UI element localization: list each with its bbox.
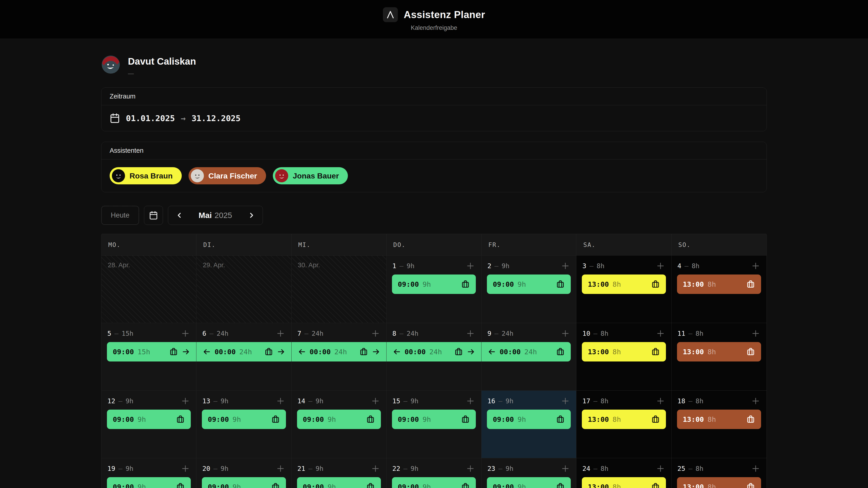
- day-cell[interactable]: 6–24h00:0024h: [196, 323, 291, 391]
- day-cell[interactable]: 21–9h09:009h: [291, 458, 386, 488]
- event-chip[interactable]: 09:009h: [107, 410, 191, 429]
- event-chip[interactable]: 13:008h: [582, 410, 666, 429]
- event-chip[interactable]: 13:008h: [582, 477, 666, 488]
- event-start-time: 09:00: [493, 483, 514, 488]
- date-picker-button[interactable]: [144, 206, 163, 225]
- day-cell[interactable]: 17–8h13:008h: [577, 391, 671, 458]
- event-chip[interactable]: 09:009h: [392, 274, 476, 294]
- event-chip[interactable]: 09:009h: [392, 477, 476, 488]
- add-event-button[interactable]: [560, 464, 570, 474]
- assistant-chip[interactable]: Jonas Bauer: [273, 167, 348, 184]
- event-chip[interactable]: 09:009h: [297, 410, 381, 429]
- add-event-button[interactable]: [180, 396, 190, 406]
- day-separator: –: [114, 330, 118, 337]
- day-cell[interactable]: 5–15h09:0015h: [101, 323, 196, 391]
- weekday-header: MI.: [291, 234, 386, 256]
- add-event-button[interactable]: [370, 464, 380, 474]
- day-cell[interactable]: 23–9h09:009h: [482, 458, 577, 488]
- day-cell[interactable]: 2–9h09:009h: [482, 256, 577, 323]
- event-start-time: 09:00: [493, 280, 514, 288]
- day-cell[interactable]: 18–8h13:008h: [672, 391, 767, 458]
- add-event-button[interactable]: [370, 328, 380, 338]
- plus-icon: [371, 329, 380, 338]
- add-event-button[interactable]: [180, 328, 190, 338]
- period-start-date: 01.01.2025: [126, 113, 175, 123]
- day-cell-header: 24–8h: [577, 458, 671, 474]
- event-chip[interactable]: 09:009h: [487, 410, 571, 429]
- event-start-time: 13:00: [588, 415, 609, 423]
- event-chip[interactable]: 00:0024h: [482, 342, 571, 361]
- add-event-button[interactable]: [465, 464, 475, 474]
- add-event-button[interactable]: [751, 464, 761, 474]
- event-chip[interactable]: 09:009h: [487, 477, 571, 488]
- day-total-hours: 9h: [506, 397, 514, 405]
- event-chip[interactable]: 00:0024h: [386, 342, 481, 361]
- day-cell[interactable]: 4–8h13:008h: [672, 256, 767, 323]
- plus-icon: [656, 329, 665, 338]
- event-start-time: 09:00: [113, 483, 134, 488]
- day-cell[interactable]: 16–9h09:009h: [482, 391, 577, 458]
- day-cell[interactable]: 7–24h00:0024h: [291, 323, 386, 391]
- add-event-button[interactable]: [465, 328, 475, 338]
- today-button[interactable]: Heute: [101, 206, 139, 225]
- event-chip[interactable]: 13:008h: [582, 274, 666, 294]
- add-event-button[interactable]: [560, 328, 570, 338]
- day-cell[interactable]: 25–8h13:008h: [672, 458, 767, 488]
- day-cell[interactable]: 20–9h09:009h: [196, 458, 291, 488]
- day-cell[interactable]: 10–8h13:008h: [577, 323, 671, 391]
- event-chip[interactable]: 09:0015h: [107, 342, 196, 361]
- day-cell-header: 21–9h: [291, 458, 386, 474]
- event-chip[interactable]: 09:009h: [297, 477, 381, 488]
- assistant-chip[interactable]: Rosa Braun: [110, 167, 182, 184]
- add-event-button[interactable]: [465, 396, 475, 406]
- day-cell[interactable]: 9–24h00:0024h: [482, 323, 577, 391]
- day-cell[interactable]: 12–9h09:009h: [101, 391, 196, 458]
- add-event-button[interactable]: [370, 396, 380, 406]
- add-event-button[interactable]: [276, 328, 285, 338]
- briefcase-icon: [176, 482, 185, 488]
- day-cell[interactable]: 3–8h13:008h: [577, 256, 671, 323]
- event-chip[interactable]: 13:008h: [582, 342, 666, 361]
- day-cell[interactable]: 24–8h13:008h: [577, 458, 671, 488]
- event-chip[interactable]: 13:008h: [677, 410, 761, 429]
- event-chip[interactable]: 13:008h: [677, 477, 761, 488]
- add-event-button[interactable]: [751, 328, 761, 338]
- event-chip[interactable]: 00:0024h: [196, 342, 291, 361]
- day-cell[interactable]: 11–8h13:008h: [672, 323, 767, 391]
- event-chip[interactable]: 09:009h: [107, 477, 191, 488]
- briefcase-icon: [651, 415, 660, 424]
- event-chip[interactable]: 09:009h: [392, 410, 476, 429]
- day-cell[interactable]: 13–9h09:009h: [196, 391, 291, 458]
- event-chip[interactable]: 00:0024h: [291, 342, 386, 361]
- day-cell[interactable]: 15–9h09:009h: [386, 391, 482, 458]
- event-chip[interactable]: 13:008h: [677, 342, 761, 361]
- assistant-chip[interactable]: Clara Fischer: [188, 167, 266, 184]
- day-cell[interactable]: 8–24h00:0024h: [386, 323, 482, 391]
- add-event-button[interactable]: [180, 464, 190, 474]
- event-chip[interactable]: 09:009h: [202, 410, 286, 429]
- day-cell[interactable]: 19–9h09:009h: [101, 458, 196, 488]
- add-event-button[interactable]: [655, 328, 665, 338]
- briefcase-icon: [271, 415, 280, 424]
- add-event-button[interactable]: [655, 396, 665, 406]
- add-event-button[interactable]: [655, 261, 665, 271]
- next-month-button[interactable]: [244, 207, 259, 223]
- event-chip[interactable]: 09:009h: [202, 477, 286, 488]
- prev-month-button[interactable]: [171, 207, 187, 223]
- day-total-hours: 9h: [315, 465, 323, 473]
- event-chip[interactable]: 13:008h: [677, 274, 761, 294]
- add-event-button[interactable]: [655, 464, 665, 474]
- add-event-button[interactable]: [560, 261, 570, 271]
- add-event-button[interactable]: [276, 396, 285, 406]
- add-event-button[interactable]: [751, 396, 761, 406]
- add-event-button[interactable]: [276, 464, 285, 474]
- day-cell[interactable]: 22–9h09:009h: [386, 458, 482, 488]
- add-event-button[interactable]: [465, 261, 475, 271]
- event-duration: 8h: [708, 280, 716, 288]
- add-event-button[interactable]: [751, 261, 761, 271]
- day-cell[interactable]: 14–9h09:009h: [291, 391, 386, 458]
- event-chip[interactable]: 09:009h: [487, 274, 571, 294]
- day-cell-header: 11–8h: [672, 323, 767, 338]
- day-cell[interactable]: 1–9h09:009h: [386, 256, 482, 323]
- add-event-button[interactable]: [560, 396, 570, 406]
